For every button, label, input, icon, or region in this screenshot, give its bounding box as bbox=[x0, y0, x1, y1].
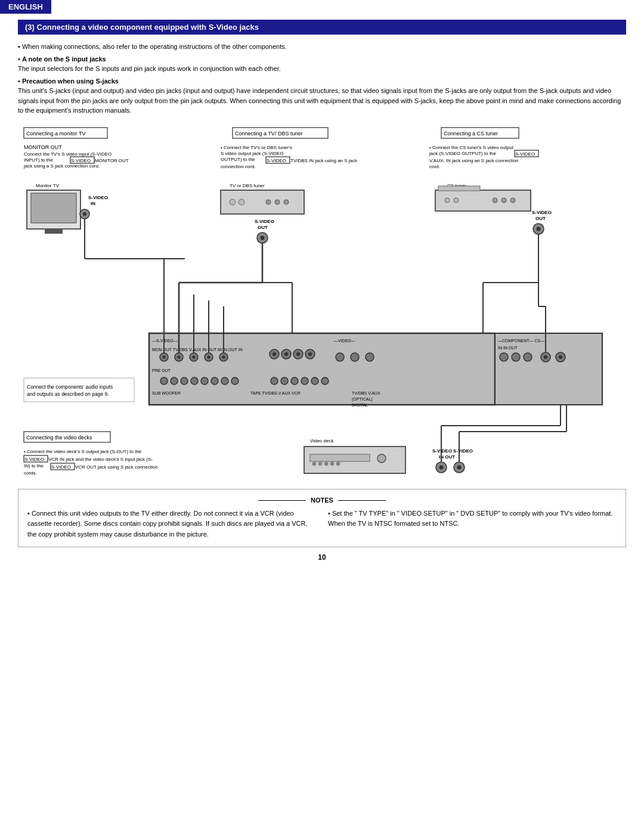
bullet-text-2: The input selectors for the S inputs and… bbox=[18, 65, 281, 72]
notes-left: • Connect this unit video outputs to the… bbox=[27, 509, 316, 540]
svg-point-72 bbox=[178, 355, 181, 358]
svg-text:VCR OUT jack using S jack conn: VCR OUT jack using S jack connection bbox=[75, 464, 158, 470]
svg-point-167 bbox=[308, 352, 312, 356]
section-header: (3) Connecting a video component equippe… bbox=[18, 20, 626, 35]
svg-text:jack (S-VIDEO OUTPUT) to the: jack (S-VIDEO OUTPUT) to the bbox=[429, 151, 497, 156]
bullet-item-3: Precaution when using S-jacks This unit'… bbox=[18, 76, 626, 116]
svg-text:IN: IN bbox=[91, 201, 95, 206]
svg-point-84 bbox=[171, 377, 178, 385]
svg-text:TV/DBS  V.AUX: TV/DBS V.AUX bbox=[352, 391, 380, 395]
svg-text:• Connect the TV's or DBS tune: • Connect the TV's or DBS tuner's bbox=[221, 145, 292, 150]
svg-text:OUT: OUT bbox=[258, 225, 268, 230]
svg-text:—VIDEO—: —VIDEO— bbox=[334, 339, 355, 343]
svg-point-94 bbox=[301, 377, 308, 385]
bullet-item-1: When making connections, also refer to t… bbox=[18, 42, 626, 52]
svg-point-53 bbox=[445, 198, 450, 203]
svg-text:MONITOR OUT: MONITOR OUT bbox=[24, 144, 62, 150]
svg-text:V.AUX. IN jack using an S jack: V.AUX. IN jack using an S jack connectio… bbox=[429, 158, 519, 163]
svg-point-93 bbox=[291, 377, 298, 385]
svg-point-55 bbox=[493, 198, 497, 203]
svg-point-106 bbox=[512, 353, 520, 361]
svg-point-74 bbox=[193, 355, 196, 358]
svg-text:INPUT) to the: INPUT) to the bbox=[24, 157, 53, 163]
svg-text:MON.OUT  TV/DBS  V.AUX    IN  : MON.OUT TV/DBS V.AUX IN OUT MON.OUT IN bbox=[152, 348, 243, 352]
svg-point-33 bbox=[275, 200, 280, 204]
svg-point-31 bbox=[239, 199, 244, 205]
svg-point-87 bbox=[201, 377, 208, 385]
svg-rect-52 bbox=[438, 186, 480, 191]
svg-point-38 bbox=[261, 235, 265, 240]
svg-point-85 bbox=[181, 377, 188, 385]
svg-point-163 bbox=[284, 352, 288, 356]
svg-point-107 bbox=[524, 353, 532, 361]
svg-point-142 bbox=[377, 454, 386, 463]
svg-point-88 bbox=[211, 377, 218, 385]
svg-rect-136 bbox=[24, 378, 134, 402]
svg-text:S-VIDEO  S-VIDEO: S-VIDEO S-VIDEO bbox=[432, 448, 473, 454]
svg-point-165 bbox=[296, 352, 300, 356]
notes-section: NOTES • Connect this unit video outputs … bbox=[18, 489, 626, 548]
svg-point-147 bbox=[336, 462, 340, 466]
svg-point-30 bbox=[230, 199, 236, 205]
svg-point-56 bbox=[501, 198, 506, 203]
svg-point-146 bbox=[330, 462, 334, 466]
svg-text:and outputs as described on pa: and outputs as described on page 9. bbox=[27, 391, 109, 397]
svg-text:S video output jack (S-VIDEO: S video output jack (S-VIDEO bbox=[221, 151, 283, 156]
svg-text:OUTPUT) to the: OUTPUT) to the bbox=[221, 157, 255, 162]
svg-text:PRE OUT: PRE OUT bbox=[152, 368, 171, 373]
bullet-label-3: Precaution when using S-jacks bbox=[22, 77, 119, 85]
bullet-text-3: This unit's S-jacks (input and output) a… bbox=[18, 87, 621, 114]
svg-point-144 bbox=[318, 462, 322, 466]
svg-point-161 bbox=[273, 352, 276, 356]
svg-text:—S-VIDEO—: —S-VIDEO— bbox=[152, 339, 178, 343]
svg-text:S-VIDEO: S-VIDEO bbox=[88, 195, 108, 200]
svg-point-91 bbox=[271, 377, 278, 385]
svg-point-89 bbox=[221, 377, 228, 385]
svg-point-95 bbox=[311, 377, 318, 385]
svg-point-61 bbox=[537, 227, 541, 231]
svg-text:IN) to the: IN) to the bbox=[24, 463, 44, 469]
svg-text:connection cord.: connection cord. bbox=[221, 164, 256, 169]
svg-point-80 bbox=[351, 353, 359, 361]
svg-point-153 bbox=[457, 465, 462, 469]
page-number: 10 bbox=[18, 553, 626, 562]
bullet-item-2: A note on the S input jacks The input se… bbox=[18, 54, 626, 74]
svg-text:Connecting a monitor TV: Connecting a monitor TV bbox=[26, 131, 85, 137]
svg-text:DIGITAL: DIGITAL bbox=[352, 403, 368, 407]
svg-text:cords.: cords. bbox=[24, 470, 37, 476]
svg-text:Connect the components' audio : Connect the components' audio inputs bbox=[27, 384, 113, 390]
svg-text:S-VIDEO: S-VIDEO bbox=[51, 464, 71, 470]
svg-point-57 bbox=[510, 198, 515, 203]
svg-text:TV/DBS IN jack using an S jack: TV/DBS IN jack using an S jack bbox=[290, 158, 358, 163]
svg-rect-102 bbox=[495, 333, 602, 405]
svg-text:Connect the TV's S video input: Connect the TV's S video input (S-VIDEO bbox=[24, 151, 112, 157]
svg-text:OUT: OUT bbox=[535, 216, 546, 221]
english-tab: ENGLISH bbox=[0, 0, 51, 14]
svg-rect-141 bbox=[310, 454, 370, 461]
svg-text:S-VIDEO: S-VIDEO bbox=[71, 158, 91, 163]
svg-point-81 bbox=[366, 353, 374, 361]
svg-text:TAPE      TV/DBS  V.AUX   VCR: TAPE TV/DBS V.AUX VCR bbox=[250, 391, 301, 395]
svg-text:MONITOR OUT: MONITOR OUT bbox=[95, 158, 129, 163]
svg-point-143 bbox=[312, 462, 316, 466]
svg-point-92 bbox=[281, 377, 288, 385]
notes-content: • Connect this unit video outputs to the… bbox=[27, 509, 617, 540]
svg-point-34 bbox=[284, 200, 289, 204]
svg-text:SUB WOOFER: SUB WOOFER bbox=[152, 391, 181, 395]
svg-text:IN      IN      OUT: IN IN OUT bbox=[498, 346, 518, 350]
svg-point-70 bbox=[163, 355, 166, 358]
svg-rect-12 bbox=[45, 229, 63, 234]
svg-text:cord.: cord. bbox=[429, 164, 440, 169]
svg-text:Connecting a TV/ DBS tuner: Connecting a TV/ DBS tuner bbox=[235, 131, 302, 137]
svg-text:Connecting a CS tuner: Connecting a CS tuner bbox=[444, 131, 498, 137]
svg-text:S-VIDEO: S-VIDEO bbox=[515, 151, 535, 157]
svg-point-86 bbox=[191, 377, 198, 385]
svg-point-96 bbox=[321, 377, 329, 385]
svg-point-111 bbox=[559, 355, 562, 359]
svg-rect-65 bbox=[149, 333, 495, 405]
svg-text:TV or DBS tuner: TV or DBS tuner bbox=[230, 183, 265, 188]
bullet-section: When making connections, also refer to t… bbox=[18, 42, 626, 116]
svg-rect-11 bbox=[31, 193, 76, 223]
svg-text:(OPTICAL): (OPTICAL) bbox=[352, 397, 373, 402]
svg-text:jack using a S jack connection: jack using a S jack connection cord. bbox=[23, 163, 100, 169]
